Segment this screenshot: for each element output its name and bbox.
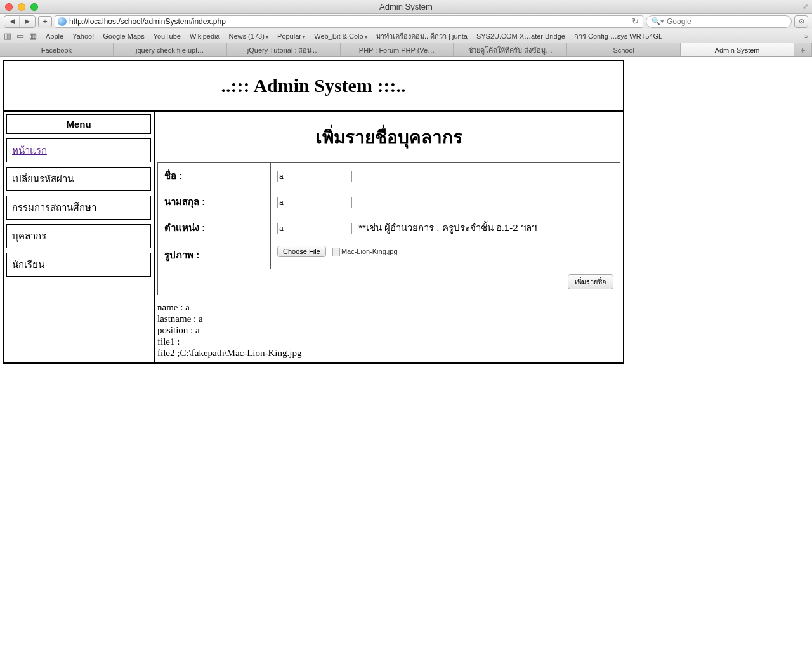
page-content: ..::: Admin System :::.. Menu หน้าแรก เป… [0,57,812,366]
debug-file2: file2 ;C:\fakepath\Mac-Lion-King.jpg [157,347,620,359]
debug-lastname: lastname : a [157,313,620,324]
row-photo: รูปภาพ : Choose File Mac-Lion-King.jpg [158,241,620,269]
sidebar-item-committee[interactable]: กรรมการสถานศึกษา [6,196,151,220]
debug-position: position : a [157,324,620,336]
sidebar-item-changepass[interactable]: เปลี่ยนรหัสผ่าน [6,167,151,191]
bookmark-wikipedia[interactable]: Wikipedia [190,32,220,40]
close-window-button[interactable] [5,3,13,11]
tab-school[interactable]: School [567,43,681,56]
submit-button[interactable]: เพิ่มรายชื่อ [568,274,613,289]
bookmark-sys2u[interactable]: SYS2U.COM X…ater Bridge [476,32,565,40]
bookmark-junta[interactable]: มาทำเครื่องคอม...ดีกว่า | junta [376,30,468,42]
expand-icon[interactable]: ⤢ [802,3,808,11]
input-position[interactable] [277,223,352,234]
bookmark-googlemaps[interactable]: Google Maps [103,32,144,40]
bookmarks-bar: ▥ ▭ ▦ Apple Yahoo! Google Maps YouTube W… [0,29,812,43]
outer-frame: ..::: Admin System :::.. Menu หน้าแรก เป… [3,60,624,364]
address-bar[interactable]: ↻ [55,15,643,28]
site-icon [58,17,67,26]
label-position: ตำแหน่ง : [158,215,271,241]
bookmark-youtube[interactable]: YouTube [154,32,181,40]
search-icon: 🔍▾ [652,17,664,25]
input-name[interactable] [277,171,352,182]
row-position: ตำแหน่ง : **เช่น ผู้อำนวยการ , ครูประจำช… [158,215,620,241]
bookmark-wrt54gl[interactable]: การ Config …sys WRT54GL [574,30,662,42]
reading-list-icon[interactable]: ▭ [16,31,24,41]
file-icon [332,248,340,256]
bookmarks-overflow[interactable]: » [804,32,808,40]
label-name: ชื่อ : [158,163,271,189]
topsites-icon[interactable]: ▦ [29,31,37,41]
row-submit: เพิ่มรายชื่อ [158,269,620,295]
sidebar-item-student[interactable]: นักเรียน [6,253,151,277]
input-lastname[interactable] [277,197,352,208]
window-titlebar: Admin System ⤢ [0,0,812,14]
url-input[interactable] [69,17,628,26]
report-bug-button[interactable]: ⊙ [794,15,808,28]
nav-buttons: ◀ ▶ [4,15,36,28]
form-heading: เพิ่มรายชื่อบุคลากร [157,123,620,151]
position-hint: **เช่น ผู้อำนวยการ , ครูประจำชั้น อ.1-2 … [358,222,537,233]
sidebar-item-home[interactable]: หน้าแรก [6,138,151,162]
page-header: ..::: Admin System :::.. [4,61,623,112]
search-box[interactable]: 🔍▾ [646,15,792,28]
reload-button[interactable]: ↻ [632,17,639,26]
search-input[interactable] [667,17,786,26]
minimize-window-button[interactable] [18,3,25,11]
tab-admin-system[interactable]: Admin System [681,43,794,56]
debug-file1: file1 : [157,336,620,347]
bookmark-yahoo[interactable]: Yahoo! [72,32,94,40]
traffic-lights [5,3,38,11]
tab-php-forum[interactable]: PHP : Forum PHP (Ve… [341,43,454,56]
page-title: ..::: Admin System :::.. [4,75,623,96]
sidebar-item-staff[interactable]: บุคลากร [6,224,151,248]
show-bookmarks-icon[interactable]: ▥ [4,31,11,41]
new-tab-button[interactable]: + [794,43,812,56]
choose-file-button[interactable]: Choose File [277,246,326,257]
debug-name: name : a [157,302,620,313]
main-panel: เพิ่มรายชื่อบุคลากร ชื่อ : นามสกุล : ตำแ… [155,112,623,362]
form-table: ชื่อ : นามสกุล : ตำแหน่ง : **เช่น ผู้อำน… [157,162,620,295]
label-lastname: นามสกุล : [158,189,271,215]
sidebar: Menu หน้าแรก เปลี่ยนรหัสผ่าน กรรมการสถาน… [4,112,155,362]
label-photo: รูปภาพ : [158,241,271,269]
selected-file: Mac-Lion-King.jpg [332,248,398,255]
bookmark-webbit[interactable]: Web_Bit & Colo [314,32,367,40]
add-bookmark-button[interactable]: + [38,16,52,27]
window-title: Admin System [379,2,433,11]
tab-bar: Facebook jquery check file upl… jQuery T… [0,43,812,57]
tab-help-code[interactable]: ช่วยดูโค้ดให้ทีครับ ส่งข้อมู… [454,43,567,56]
sidebar-menu-header: Menu [6,114,151,134]
zoom-window-button[interactable] [30,3,38,11]
tab-jquery-tutorial[interactable]: jQuery Tutorial : สอน… [227,43,341,56]
page-body: Menu หน้าแรก เปลี่ยนรหัสผ่าน กรรมการสถาน… [4,112,623,362]
tab-jquery-check[interactable]: jquery check file upl… [114,43,227,56]
bookmark-utility-icons: ▥ ▭ ▦ [4,31,37,41]
bookmark-news[interactable]: News (173) [229,32,268,40]
bookmark-apple[interactable]: Apple [46,32,63,40]
debug-output: name : a lastname : a position : a file1… [157,302,620,359]
sidebar-link-home[interactable]: หน้าแรก [12,145,47,156]
tab-facebook[interactable]: Facebook [0,43,114,56]
row-lastname: นามสกุล : [158,189,620,215]
back-button[interactable]: ◀ [4,16,20,27]
bookmark-popular[interactable]: Popular [277,32,305,40]
browser-toolbar: ◀ ▶ + ↻ 🔍▾ ⊙ [0,14,812,29]
row-name: ชื่อ : [158,163,620,189]
forward-button[interactable]: ▶ [20,16,35,27]
